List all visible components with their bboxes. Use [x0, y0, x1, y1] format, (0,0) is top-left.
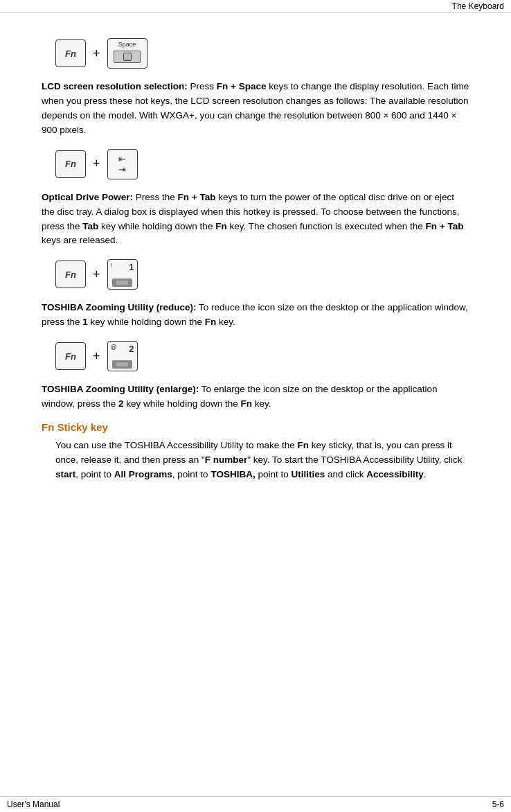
lcd-key-combo: Fn + Space — [55, 38, 469, 69]
plus-zoom-enlarge: + — [93, 349, 100, 364]
fn-key-zoom-reduce: Fn — [55, 261, 86, 288]
fn-key-optical: Fn — [55, 150, 86, 178]
zoom-reduce-key-combo: Fn + ! 1 — [55, 259, 469, 290]
key-2: @ 2 — [107, 341, 138, 371]
tab-key: ⇤ ⇥ — [107, 149, 138, 179]
optical-text: Optical Drive Power: Press the Fn + Tab … — [42, 191, 469, 249]
zoom-reduce-text: TOSHIBA Zooming Utility (reduce): To red… — [42, 301, 469, 330]
space-key: Space — [107, 38, 147, 69]
bottom-bar: User's Manual 5-6 — [0, 796, 511, 812]
fn-key-lcd: Fn — [55, 39, 86, 67]
space-key-label: Space — [118, 41, 136, 48]
key-1-bottom — [112, 279, 133, 287]
footer-right: 5-6 — [492, 800, 504, 809]
key-1: ! 1 — [107, 259, 138, 290]
top-bar: The Keyboard — [0, 0, 511, 13]
fn-sticky-text: You can use the TOSHIBA Accessibility Ut… — [55, 439, 469, 482]
optical-key-combo: Fn + ⇤ ⇥ — [55, 149, 469, 179]
header-title: The Keyboard — [452, 1, 504, 11]
plus-zoom-reduce: + — [93, 267, 100, 282]
zoom-enlarge-key-combo: Fn + @ 2 — [55, 341, 469, 371]
key-2-bottom — [112, 360, 133, 369]
space-key-icon — [114, 51, 140, 63]
main-content: Fn + Space LCD screen resolution selecti… — [0, 13, 511, 520]
fn-sticky-heading: Fn Sticky key — [42, 421, 469, 433]
plus-lcd: + — [93, 46, 100, 61]
lcd-text: LCD screen resolution selection: Press F… — [42, 80, 469, 138]
zoom-enlarge-text: TOSHIBA Zooming Utility (enlarge): To en… — [42, 382, 469, 412]
plus-optical: + — [93, 157, 100, 171]
fn-key-zoom-enlarge: Fn — [55, 342, 86, 370]
tab-arrows: ⇤ ⇥ — [118, 154, 126, 175]
footer-left: User's Manual — [7, 800, 60, 809]
